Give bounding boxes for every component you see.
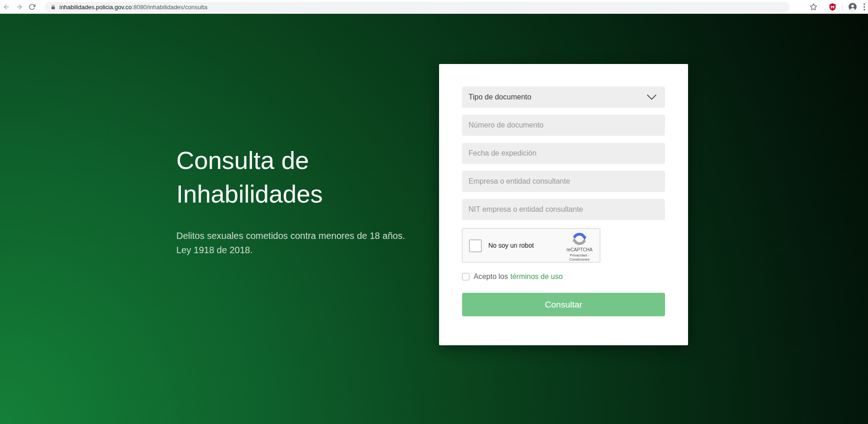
recaptcha-branding: reCAPTCHA Privacidad - Condiciones xyxy=(563,232,596,261)
company-name-input[interactable] xyxy=(462,171,665,192)
page-subtitle-line2: Ley 1918 de 2018. xyxy=(176,243,405,257)
recaptcha-logo-icon xyxy=(572,232,587,246)
address-bar[interactable]: inhabilidades.policia.gov.co:8080/inhabi… xyxy=(45,2,790,12)
recaptcha-privacy-links[interactable]: Privacidad - Condiciones xyxy=(563,253,596,261)
browser-toolbar: inhabilidades.policia.gov.co:8080/inhabi… xyxy=(0,0,868,14)
recaptcha-widget: No soy un robot reCAPTCHA Privacidad - C… xyxy=(462,228,600,262)
company-nit-input[interactable] xyxy=(462,199,665,220)
url-path: :8080/inhabilidades/consulta xyxy=(132,4,207,11)
chevron-down-icon xyxy=(647,94,657,100)
consultar-button[interactable]: Consultar xyxy=(462,293,665,316)
page-title: Consulta de Inhabilidades xyxy=(176,144,379,211)
url-domain: inhabilidades.policia.gov.co xyxy=(59,4,132,11)
expedition-date-input[interactable] xyxy=(462,143,665,164)
forward-icon[interactable] xyxy=(16,3,23,11)
terms-label: Acepto los xyxy=(474,273,508,281)
bookmark-star-icon[interactable] xyxy=(810,3,817,11)
toolbar-divider xyxy=(842,3,842,11)
recaptcha-checkbox[interactable] xyxy=(469,239,482,252)
terms-row: Acepto los términos de uso xyxy=(462,273,665,281)
back-icon[interactable] xyxy=(3,3,10,11)
terms-checkbox[interactable] xyxy=(462,273,469,280)
recaptcha-label: No soy un robot xyxy=(488,242,534,249)
menu-dots-icon[interactable] xyxy=(863,3,865,11)
refresh-icon[interactable] xyxy=(29,3,35,10)
screenshot-root: inhabilidades.policia.gov.co:8080/inhabi… xyxy=(0,0,868,424)
recaptcha-brand: reCAPTCHA xyxy=(563,247,596,252)
hero-section: Consulta de Inhabilidades Delitos sexual… xyxy=(176,144,405,257)
lock-icon[interactable] xyxy=(51,4,56,10)
consulta-form-card: Tipo de documento No soy un robot xyxy=(439,64,688,345)
page-subtitle: Delitos sexuales cometidos contra menore… xyxy=(176,229,405,257)
page-subtitle-line1: Delitos sexuales cometidos contra menore… xyxy=(176,229,405,243)
page-background: Consulta de Inhabilidades Delitos sexual… xyxy=(0,14,868,424)
mcafee-extension-icon[interactable] xyxy=(828,2,837,12)
terms-link[interactable]: términos de uso xyxy=(510,273,563,281)
profile-avatar-icon[interactable] xyxy=(848,2,857,11)
document-type-select[interactable]: Tipo de documento xyxy=(462,87,665,108)
document-type-value: Tipo de documento xyxy=(469,93,531,101)
document-number-input[interactable] xyxy=(462,115,665,136)
